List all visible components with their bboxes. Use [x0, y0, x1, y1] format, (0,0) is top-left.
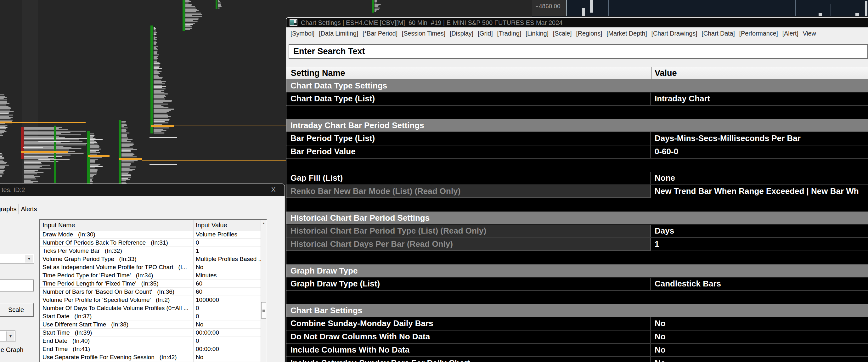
setting-row[interactable]: Renko Bar New Bar Mode (List) (Read Only… — [286, 185, 868, 198]
study-input-row[interactable]: Start Time (In:39)00:00:00 — [40, 329, 261, 337]
candle-bar — [818, 13, 822, 16]
setting-value[interactable]: Intraday Chart — [651, 93, 868, 105]
setting-value[interactable]: Candlestick Bars — [651, 278, 868, 290]
menu-item-sessiontimes[interactable]: [Session Times] — [402, 30, 445, 37]
study-input-row[interactable]: Number of Bars for 'Based On Bar Count' … — [40, 288, 261, 296]
setting-row[interactable]: Graph Draw Type (List)Candlestick Bars — [286, 278, 868, 291]
input-value[interactable]: 60 — [193, 279, 261, 288]
study-dropdown-top[interactable]: ▼ — [0, 254, 34, 264]
input-value[interactable]: 60 — [193, 288, 261, 296]
tab-subgraphs[interactable]: graphs — [0, 204, 18, 214]
close-icon[interactable]: X — [271, 186, 275, 193]
menu-item-performance[interactable]: [Performance] — [739, 30, 778, 37]
study-input-row[interactable]: Time Period Type for 'Fixed Time' (In:34… — [40, 271, 261, 279]
setting-row[interactable]: Chart Data Type (List)Intraday Chart — [286, 93, 868, 106]
setting-name: Include Columns With No Data — [286, 344, 651, 356]
study-dialog-titlebar[interactable]: tes. ID:2 X — [0, 184, 284, 196]
input-value[interactable]: 0 — [193, 239, 261, 246]
input-value[interactable]: Multiple Profiles Based ... — [193, 255, 261, 263]
setting-row[interactable]: Gap Fill (List)None — [286, 172, 868, 185]
study-input-row[interactable]: Volume Graph Period Type (In:33)Multiple… — [40, 255, 261, 263]
input-name: Number of Bars for 'Based On Bar Count' … — [40, 288, 193, 296]
menu-item-grid[interactable]: [Grid] — [478, 30, 493, 37]
input-value[interactable]: No — [193, 321, 261, 328]
scrollbar-up-icon[interactable]: ▲ — [261, 220, 267, 227]
study-input-row[interactable]: Use Separate Profile For Evening Session… — [40, 353, 261, 361]
menu-item-alert[interactable]: [Alert] — [782, 30, 799, 37]
search-input[interactable] — [288, 44, 868, 59]
setting-value[interactable]: None — [651, 172, 868, 184]
setting-name: Chart Data Type (List) — [286, 93, 651, 105]
study-input-row[interactable]: Draw Mode (In:30)Volume Profiles — [40, 231, 261, 239]
setting-row[interactable]: Do Not Draw Columns With No DataNo — [286, 331, 868, 344]
menu-item-marketdepth[interactable]: [Market Depth] — [607, 30, 647, 37]
input-value[interactable]: 0 — [193, 337, 261, 345]
menu-item-display[interactable]: [Display] — [450, 30, 473, 37]
study-dropdown-bottom[interactable]: ▼ — [0, 331, 16, 342]
tab-alerts[interactable]: Alerts — [19, 204, 39, 214]
menu-item-datalimiting[interactable]: [Data Limiting] — [319, 30, 358, 37]
study-input-row[interactable]: Volume Per Profile for 'Specified Volume… — [40, 296, 261, 304]
input-value[interactable]: 0 — [193, 304, 261, 312]
setting-row[interactable]: Combine Sunday-Monday Daily BarsNo — [286, 317, 868, 331]
menu-item-chartdata[interactable]: [Chart Data] — [702, 30, 735, 37]
input-value[interactable]: Minutes — [193, 271, 261, 279]
input-value[interactable]: 00:00:00 — [193, 345, 261, 353]
study-input-row[interactable]: Time Period Length for 'Fixed Time' (In:… — [40, 279, 261, 288]
column-header-value[interactable]: Value — [655, 68, 677, 78]
mini-chart — [567, 0, 868, 16]
menu-item-regions[interactable]: [Regions] — [576, 30, 602, 37]
setting-row[interactable]: Include Saturday-Sunday Bars For Daily C… — [286, 357, 868, 362]
setting-name: Gap Fill (List) — [286, 172, 651, 184]
study-input-row[interactable]: End Date (In:40)0 — [40, 337, 261, 345]
menu-item-trading[interactable]: [Trading] — [497, 30, 521, 37]
spacer-row — [286, 106, 868, 119]
setting-value[interactable]: No — [651, 344, 868, 356]
scrollbar-thumb[interactable] — [261, 302, 266, 319]
study-input-row[interactable]: Start Date (In:37)0 — [40, 312, 261, 321]
chevron-down-icon[interactable]: ▼ — [25, 255, 33, 263]
setting-value[interactable]: Days — [651, 225, 868, 237]
setting-row[interactable]: Bar Period Value0-60-0 — [286, 145, 868, 159]
setting-value[interactable]: Days-Mins-Secs-Milliseconds Per Bar — [651, 132, 868, 145]
input-value[interactable]: No — [193, 353, 261, 361]
setting-value[interactable]: No — [651, 331, 868, 343]
column-divider — [651, 67, 652, 79]
setting-row[interactable]: Historical Chart Bar Period Type (List) … — [286, 225, 868, 238]
setting-row[interactable]: Bar Period Type (List)Days-Mins-Secs-Mil… — [286, 132, 868, 145]
chart-settings-titlebar[interactable]: Chart Settings | ESH4.CME [CBV][M] 60 Mi… — [286, 18, 868, 27]
setting-row[interactable]: Historical Chart Days Per Bar (Read Only… — [286, 238, 868, 251]
study-input-row[interactable]: End Time (In:41)00:00:00 — [40, 345, 261, 353]
setting-value[interactable]: 1 — [651, 238, 868, 250]
menu-item-symbol[interactable]: [Symbol] — [290, 30, 314, 37]
input-value[interactable]: 00:00:00 — [193, 329, 261, 336]
input-value[interactable]: 1 — [193, 247, 261, 255]
setting-row[interactable]: Include Columns With No DataNo — [286, 344, 868, 357]
setting-value[interactable]: No — [651, 317, 868, 330]
column-header-setting-name[interactable]: Setting Name — [291, 68, 345, 78]
study-text-field[interactable] — [0, 279, 34, 292]
study-input-row[interactable]: Number Of Days To Calculate Volume Profi… — [40, 304, 261, 312]
input-value[interactable]: No — [193, 263, 261, 271]
menu-item-chartdrawings[interactable]: [Chart Drawings] — [651, 30, 698, 37]
scale-button[interactable]: Scale — [0, 303, 34, 317]
chevron-down-icon[interactable]: ▼ — [6, 331, 14, 341]
setting-value[interactable]: 0-60-0 — [651, 145, 868, 158]
column-header-input-value[interactable]: Input Value — [196, 221, 227, 229]
setting-value[interactable]: New Trend Bar When Range Exceeded | New … — [651, 185, 868, 198]
setting-value[interactable]: No — [651, 357, 868, 362]
study-input-row[interactable]: Use Different Start Time (In:38)No — [40, 321, 261, 329]
menu-item-scale[interactable]: [Scale] — [553, 30, 572, 37]
input-value[interactable]: 1000000 — [193, 296, 261, 304]
menu-item-barperiod[interactable]: [*Bar Period] — [363, 30, 398, 37]
study-input-row[interactable]: Ticks Per Volume Bar (In:32)1 — [40, 247, 261, 255]
input-value[interactable]: Volume Profiles — [193, 231, 261, 238]
scrollbar[interactable]: ▲ — [260, 220, 267, 362]
study-rows: Draw Mode (In:30)Volume ProfilesNumber O… — [40, 231, 261, 361]
menu-item-view[interactable]: View — [803, 30, 816, 37]
input-value[interactable]: 0 — [193, 312, 261, 320]
column-header-input-name[interactable]: Input Name — [42, 221, 75, 229]
menu-item-linking[interactable]: [Linking] — [526, 30, 549, 37]
study-input-row[interactable]: Set as Independent Volume Profile for TP… — [40, 263, 261, 271]
study-input-row[interactable]: Number Of Periods Back To Reference (In:… — [40, 239, 261, 247]
